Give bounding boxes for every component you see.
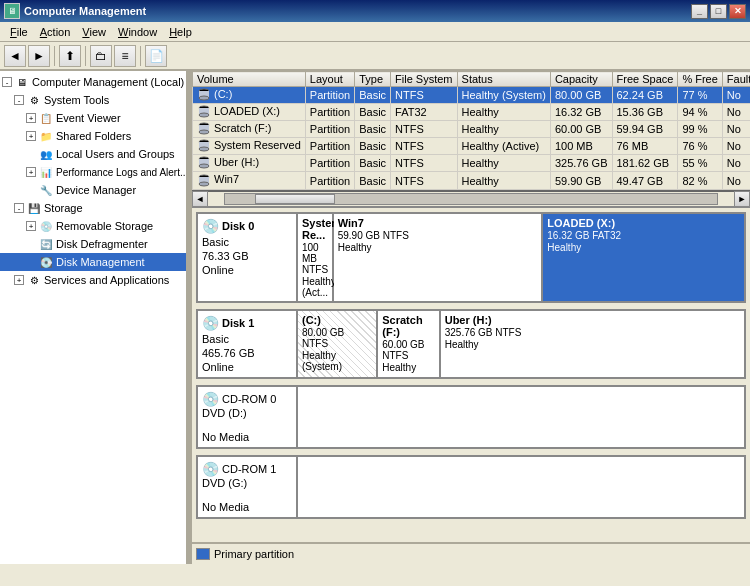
shared-folders-icon: 📁 [38, 128, 54, 144]
disk1-icon: 💿 [202, 315, 219, 331]
expand-system-tools[interactable]: - [14, 95, 24, 105]
col-layout[interactable]: Layout [305, 72, 354, 87]
row-4-col-5: 181.62 GB [612, 155, 678, 172]
close-button[interactable]: ✕ [729, 4, 746, 19]
col-capacity[interactable]: Capacity [550, 72, 612, 87]
col-volume[interactable]: Volume [193, 72, 306, 87]
scroll-track[interactable] [224, 193, 718, 205]
back-button[interactable]: ◄ [4, 45, 26, 67]
minimize-button[interactable]: _ [691, 4, 708, 19]
perf-logs-icon: 📊 [38, 164, 54, 180]
expand-storage[interactable]: - [14, 203, 24, 213]
cdrom1-info: 💿 CD-ROM 1 DVD (G:) No Media [198, 457, 298, 517]
system-tools-icon: ⚙ [26, 92, 42, 108]
row-4-col-0: Partition [305, 155, 354, 172]
row-1-col-0: Partition [305, 104, 354, 121]
disk0-partition-loaded[interactable]: LOADED (X:) 16.32 GB FAT32 Healthy [543, 214, 744, 301]
sidebar-item-computer-management[interactable]: - 🖥 Computer Management (Local) [0, 73, 186, 91]
expand-services[interactable]: + [14, 275, 24, 285]
table-row[interactable]: Win7PartitionBasicNTFSHealthy59.90 GB49.… [193, 172, 751, 189]
col-filesystem[interactable]: File System [391, 72, 457, 87]
row-3-col-0: Partition [305, 138, 354, 155]
scroll-thumb[interactable] [255, 194, 335, 204]
disk0-label: Disk 0 [222, 220, 254, 232]
disk1-partition-scratch[interactable]: Scratch (F:) 60.00 GB NTFS Healthy [378, 311, 440, 377]
sidebar-item-removable-storage[interactable]: + 💿 Removable Storage [0, 217, 186, 235]
disk1-partition-uber[interactable]: Uber (H:) 325.76 GB NTFS Healthy [441, 311, 744, 377]
row-3-volume: System Reserved [193, 138, 306, 155]
expand-event-viewer[interactable]: + [26, 113, 36, 123]
disk0-part2-detail2: Healthy [547, 242, 740, 253]
disk0-partition-sysres[interactable]: System Re... 100 MB NTFS Healthy (Act... [298, 214, 334, 301]
maximize-button[interactable]: □ [710, 4, 727, 19]
row-3-col-3: Healthy (Active) [457, 138, 550, 155]
removable-icon: 💿 [38, 218, 54, 234]
row-2-col-2: NTFS [391, 121, 457, 138]
col-fault[interactable]: Fault Toler... [722, 72, 750, 87]
sidebar-item-system-tools[interactable]: - ⚙ System Tools [0, 91, 186, 109]
table-row[interactable]: (C:)PartitionBasicNTFSHealthy (System)80… [193, 87, 751, 104]
removable-label: Removable Storage [56, 220, 153, 232]
horizontal-scrollbar[interactable]: ◄ ► [192, 192, 750, 208]
forward-button[interactable]: ► [28, 45, 50, 67]
cdrom1-name-row: 💿 CD-ROM 1 [202, 461, 292, 477]
row-2-col-5: 59.94 GB [612, 121, 678, 138]
sidebar-item-defrag[interactable]: 🔄 Disk Defragmenter [0, 235, 186, 253]
expand-perf-logs[interactable]: + [26, 167, 36, 177]
disk0-partition-win7[interactable]: Win7 59.90 GB NTFS Healthy [334, 214, 544, 301]
col-status[interactable]: Status [457, 72, 550, 87]
svg-point-17 [199, 182, 209, 186]
local-users-label: Local Users and Groups [56, 148, 175, 160]
sidebar-item-local-users[interactable]: 👥 Local Users and Groups [0, 145, 186, 163]
disk1-part2-detail1: 325.76 GB NTFS [445, 327, 740, 338]
view-button[interactable]: ≡ [114, 45, 136, 67]
export-button[interactable]: 📄 [145, 45, 167, 67]
sidebar-item-device-manager[interactable]: 🔧 Device Manager [0, 181, 186, 199]
menu-help[interactable]: Help [163, 25, 198, 39]
volume-table-wrapper[interactable]: Volume Layout Type File System Status Ca… [192, 71, 750, 192]
row-4-volume: Uber (H:) [193, 155, 306, 172]
menu-file[interactable]: File [4, 25, 34, 39]
disk1-part1-name: Scratch (F:) [382, 314, 434, 338]
table-row[interactable]: LOADED (X:)PartitionBasicFAT32Healthy16.… [193, 104, 751, 121]
storage-label: Storage [44, 202, 83, 214]
show-hide-button[interactable]: 🗀 [90, 45, 112, 67]
sidebar-item-disk-management[interactable]: 💽 Disk Management [0, 253, 186, 271]
expand-shared-folders[interactable]: + [26, 131, 36, 141]
disk1-label: Disk 1 [222, 317, 254, 329]
menu-view[interactable]: View [76, 25, 112, 39]
col-pctfree[interactable]: % Free [678, 72, 722, 87]
table-row[interactable]: Uber (H:)PartitionBasicNTFSHealthy325.76… [193, 155, 751, 172]
sidebar-item-perf-logs[interactable]: + 📊 Performance Logs and Alert... [0, 163, 186, 181]
row-3-col-6: 76 % [678, 138, 722, 155]
sidebar-item-shared-folders[interactable]: + 📁 Shared Folders [0, 127, 186, 145]
expand-removable[interactable]: + [26, 221, 36, 231]
toolbar-separator-3 [140, 46, 141, 66]
scroll-right-button[interactable]: ► [734, 191, 750, 207]
cdrom1-icon: 💿 [202, 461, 219, 477]
row-0-col-1: Basic [355, 87, 391, 104]
row-5-col-5: 49.47 GB [612, 172, 678, 189]
scroll-left-button[interactable]: ◄ [192, 191, 208, 207]
event-viewer-label: Event Viewer [56, 112, 121, 124]
legend-primary-box [196, 548, 210, 560]
sidebar-item-event-viewer[interactable]: + 📋 Event Viewer [0, 109, 186, 127]
menu-action[interactable]: Action [34, 25, 77, 39]
disk1-partition-c[interactable]: (C:) 80.00 GB NTFS Healthy (System) [298, 311, 378, 377]
row-5-col-3: Healthy [457, 172, 550, 189]
svg-point-11 [199, 147, 209, 151]
up-button[interactable]: ⬆ [59, 45, 81, 67]
local-users-icon: 👥 [38, 146, 54, 162]
sidebar-item-services[interactable]: + ⚙ Services and Applications [0, 271, 186, 289]
shared-folders-label: Shared Folders [56, 130, 131, 142]
col-freespace[interactable]: Free Space [612, 72, 678, 87]
expand-computer-management[interactable]: - [2, 77, 12, 87]
table-row[interactable]: Scratch (F:)PartitionBasicNTFSHealthy60.… [193, 121, 751, 138]
col-type[interactable]: Type [355, 72, 391, 87]
row-0-volume: (C:) [193, 87, 306, 104]
row-4-col-6: 55 % [678, 155, 722, 172]
menu-window[interactable]: Window [112, 25, 163, 39]
sidebar-item-storage[interactable]: - 💾 Storage [0, 199, 186, 217]
disk-visual-area: 💿 Disk 0 Basic 76.33 GB Online System Re… [192, 208, 750, 542]
table-row[interactable]: System ReservedPartitionBasicNTFSHealthy… [193, 138, 751, 155]
